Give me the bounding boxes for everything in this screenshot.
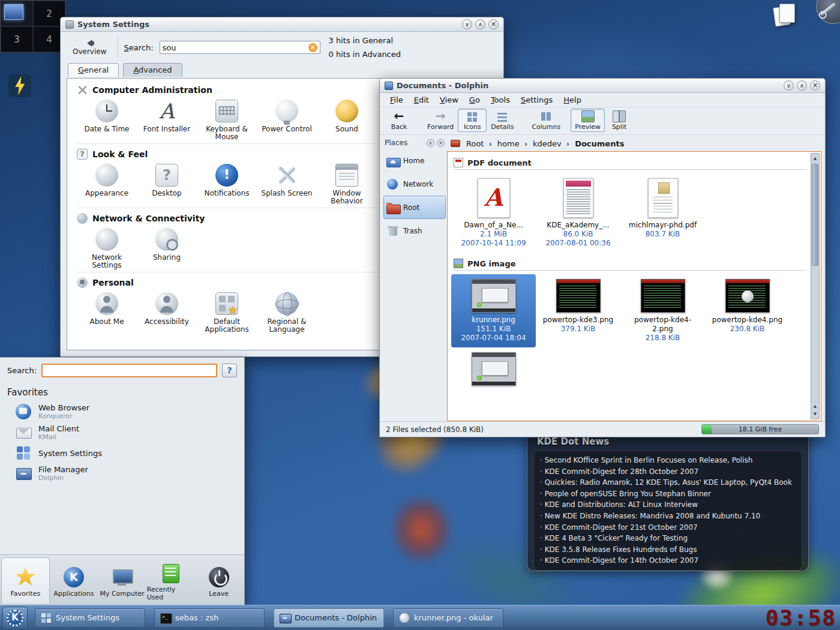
menu-item[interactable]: Tools xyxy=(485,94,515,106)
kickoff-tab[interactable]: Recently Used xyxy=(146,557,195,604)
control-module[interactable]: Network Settings xyxy=(77,228,137,269)
control-module[interactable]: Sound xyxy=(317,100,377,133)
file-item[interactable]: powertop-kde4-2.png 218.8 KiB xyxy=(620,274,705,347)
breadcrumb-segment[interactable]: Documents xyxy=(564,139,627,148)
favorite-item[interactable]: Mail Client KMail xyxy=(0,422,244,443)
titlebar[interactable]: Documents - Dolphin xyxy=(380,79,825,93)
kickoff-tab[interactable]: Leave xyxy=(194,557,243,604)
toolbar-button[interactable]: Forward xyxy=(423,109,458,132)
scroll-up-icon[interactable]: ▲ xyxy=(811,402,819,410)
control-module[interactable]: Appearance xyxy=(77,164,137,197)
news-item[interactable]: New KDE Distro Releases: Mandriva 2008 a… xyxy=(540,511,796,522)
kmenu-button[interactable] xyxy=(2,607,28,629)
news-item[interactable]: KDE 4 Beta 3 "Cicker" Ready for Testing xyxy=(540,533,796,544)
control-module[interactable]: Font Installer xyxy=(137,100,197,133)
control-module[interactable]: Date & Time xyxy=(77,100,137,133)
search-input[interactable]: sou xyxy=(160,41,320,54)
favorite-item[interactable]: File Manager Dolphin xyxy=(0,463,244,484)
scrollbar[interactable]: ▲ ▲ ▼ xyxy=(811,153,820,419)
control-module[interactable]: Keyboard & Mouse xyxy=(197,100,257,141)
overview-button[interactable]: Overview xyxy=(68,38,112,57)
file-item[interactable] xyxy=(451,347,536,394)
file-size: 151.1 KiB xyxy=(454,325,533,334)
maximize-button[interactable] xyxy=(797,80,807,91)
shade-button[interactable] xyxy=(462,19,472,29)
toolbar-button[interactable]: Columns xyxy=(527,109,565,132)
control-module[interactable]: Notifications xyxy=(197,164,257,197)
control-module[interactable]: Accessibility xyxy=(137,292,197,326)
places-item[interactable]: Network xyxy=(383,172,446,196)
control-module[interactable]: Sharing xyxy=(137,228,197,262)
news-item[interactable]: People of openSUSE Bring You Stephan Bin… xyxy=(540,488,796,500)
news-item[interactable]: KDE and Distributions: ALT Linux Intervi… xyxy=(540,499,796,511)
file-item[interactable]: krunner.png 151.1 KiB 2007-07-04 18:04 xyxy=(451,274,536,347)
news-item[interactable]: KDE Commit-Digest for 28th October 2007 xyxy=(540,466,796,478)
scroll-up-icon[interactable]: ▲ xyxy=(811,154,819,163)
places-item[interactable]: Home xyxy=(383,149,446,172)
file-view[interactable]: PDF document Dawn_of_a_Ne... 2.1 MiB xyxy=(447,151,821,421)
control-module[interactable]: Regional & Language xyxy=(257,292,317,334)
favorite-item[interactable]: Web Browser Konqueror xyxy=(0,401,244,422)
menu-item[interactable]: Edit xyxy=(409,94,434,106)
kickoff-tab[interactable]: Applications xyxy=(50,557,98,604)
file-item[interactable]: powertop-kde3.png 379.1 KiB xyxy=(536,274,620,347)
file-item[interactable]: KDE_aKademy_... 86.0 KiB 2007-08-01 00:3… xyxy=(536,173,620,253)
settings-tab[interactable]: Advanced xyxy=(123,63,182,77)
panel-float-button[interactable] xyxy=(427,139,434,147)
favorite-item[interactable]: System Settings xyxy=(0,443,244,463)
news-item[interactable]: KDE Commit-Digest for 21st October 2007 xyxy=(540,522,796,533)
toolbar-button[interactable]: Details xyxy=(487,109,518,132)
toolbar-button[interactable]: Split xyxy=(605,109,634,132)
menu-item[interactable]: Settings xyxy=(515,94,558,106)
places-item[interactable]: Trash xyxy=(383,219,446,242)
clear-search-icon[interactable] xyxy=(308,43,317,52)
menu-item[interactable]: File xyxy=(385,94,409,106)
taskbar-task[interactable]: krunner.png - okular xyxy=(393,608,503,628)
taskbar-task[interactable]: Documents - Dolphin xyxy=(274,608,384,628)
control-module[interactable]: Window Behavior xyxy=(317,164,377,205)
help-button[interactable]: ? xyxy=(222,364,237,377)
toolbar-button[interactable]: Back xyxy=(385,109,413,132)
taskbar-task[interactable]: sebas : zsh xyxy=(154,608,265,628)
battery-widget[interactable] xyxy=(8,74,31,97)
desktop-pager[interactable]: 1 2 3 4 xyxy=(0,0,66,53)
menu-item[interactable]: View xyxy=(434,94,464,106)
control-module[interactable]: Power Control xyxy=(257,100,317,133)
pager-desktop-cell[interactable]: 3 xyxy=(1,26,33,52)
shade-button[interactable] xyxy=(784,80,794,91)
control-module[interactable]: About Me xyxy=(77,292,137,326)
clipboard-pages-icon[interactable] xyxy=(774,4,796,26)
toolbar-button[interactable]: Icons xyxy=(458,109,487,132)
close-button[interactable] xyxy=(810,80,820,91)
kickoff-search-input[interactable] xyxy=(41,364,217,377)
menu-item[interactable]: Help xyxy=(558,94,587,106)
scrollbar-thumb[interactable] xyxy=(812,164,818,266)
maximize-button[interactable] xyxy=(475,19,485,29)
kickoff-tab[interactable]: Favorites xyxy=(1,557,50,604)
control-module[interactable]: Desktop xyxy=(137,164,197,197)
settings-tab[interactable]: General xyxy=(68,63,119,77)
file-item[interactable]: michlmayr-phd.pdf 803.7 KiB xyxy=(620,173,705,253)
file-item[interactable]: Dawn_of_a_Ne... 2.1 MiB 2007-10-14 11:09 xyxy=(451,173,536,253)
kickoff-tab[interactable]: My Computer xyxy=(98,557,146,604)
file-item[interactable]: powertop-kde4.png 230.8 KiB xyxy=(705,274,790,347)
control-module[interactable]: Default Applications xyxy=(197,292,257,334)
breadcrumb-segment[interactable]: kdedev xyxy=(522,139,564,148)
scroll-down-icon[interactable]: ▼ xyxy=(811,410,819,418)
pager-desktop-cell[interactable]: 1 xyxy=(1,1,33,26)
news-item[interactable]: Quickies: Radio Amarok, 12 KDE Tips, Asu… xyxy=(540,477,796,488)
news-item[interactable]: KDE Commit-Digest for 14th October 2007 xyxy=(540,555,796,566)
toolbar-button[interactable]: Preview xyxy=(571,109,605,132)
panel-close-button[interactable] xyxy=(437,139,445,147)
menu-item[interactable]: Go xyxy=(464,94,485,106)
control-module[interactable]: Splash Screen xyxy=(257,164,317,197)
breadcrumb-segment[interactable]: Root xyxy=(464,139,486,148)
breadcrumb-segment[interactable]: home xyxy=(486,139,521,148)
titlebar[interactable]: System Settings xyxy=(61,17,503,32)
taskbar-task[interactable]: System Settings xyxy=(35,608,145,628)
places-item[interactable]: Root xyxy=(383,196,446,219)
news-item[interactable]: KDE 3.5.8 Release Fixes Hundreds of Bugs xyxy=(540,544,796,556)
taskbar-clock[interactable]: 03:58 xyxy=(766,606,838,630)
news-item[interactable]: Second KOffice Sprint in Berlin Focuses … xyxy=(540,455,796,466)
close-button[interactable] xyxy=(488,19,499,29)
